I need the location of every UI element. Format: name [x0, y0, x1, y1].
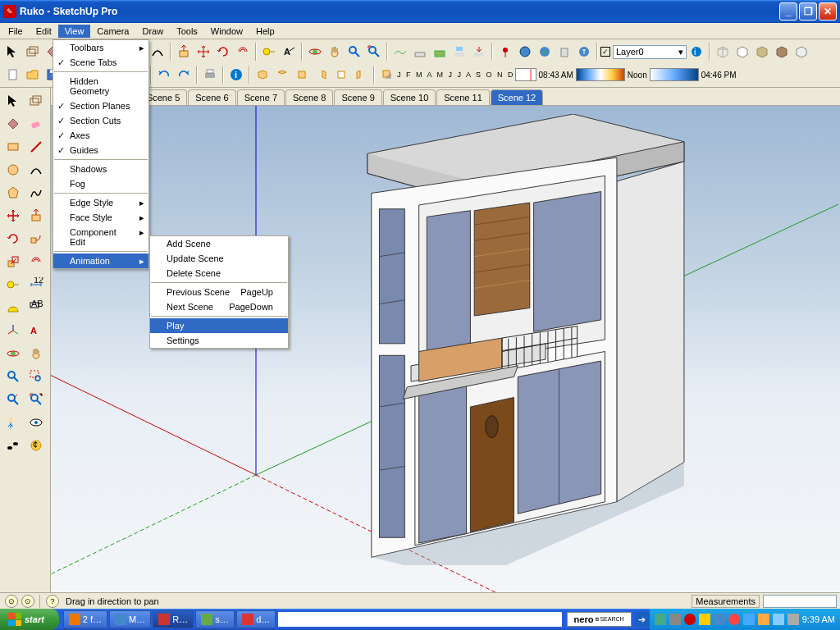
building-icon[interactable] — [555, 42, 574, 62]
menu-item-previous-scene[interactable]: Previous ScenePageUp — [150, 285, 288, 299]
scene-tab[interactable]: Scene 7 — [237, 89, 285, 105]
location-icon[interactable] — [495, 42, 515, 62]
tray-icon[interactable] — [699, 614, 710, 625]
menu-item-face-style[interactable]: Face Style▸ — [53, 210, 148, 225]
menu-item-delete-scene[interactable]: Delete Scene — [150, 266, 288, 281]
arc-icon[interactable] — [148, 42, 167, 62]
axes-tool-icon[interactable] — [2, 319, 25, 342]
tray-icon[interactable] — [758, 614, 769, 625]
tray-icon[interactable] — [788, 614, 799, 625]
top-icon[interactable] — [272, 65, 292, 84]
back-icon[interactable] — [331, 65, 351, 84]
viewport[interactable] — [51, 106, 840, 592]
line-tool-icon[interactable] — [25, 135, 48, 158]
time-slider[interactable] — [576, 68, 625, 81]
select-icon[interactable] — [2, 89, 25, 112]
measurements-input[interactable] — [763, 595, 837, 608]
print-icon[interactable] — [200, 65, 220, 84]
protractor-tool-icon[interactable] — [2, 296, 25, 319]
previous-view-icon[interactable] — [2, 388, 25, 411]
orbit-tool-icon[interactable] — [2, 342, 25, 365]
taskbar-item[interactable]: R… — [153, 610, 194, 628]
sandbox-icon[interactable] — [390, 42, 410, 62]
dimension-tool-icon[interactable]: 12 — [25, 273, 48, 296]
scene-tab[interactable]: Scene 12 — [491, 89, 543, 105]
tray-icon[interactable] — [714, 614, 725, 625]
zoom-icon[interactable] — [345, 42, 364, 62]
followme-tool-icon[interactable] — [25, 227, 48, 250]
menu-item-hidden-geometry[interactable]: Hidden Geometry — [53, 74, 148, 98]
menu-item-guides[interactable]: ✓Guides — [53, 143, 148, 158]
hidden-line-icon[interactable] — [733, 42, 752, 62]
orbit-icon[interactable] — [305, 42, 325, 62]
left-icon[interactable] — [351, 65, 371, 84]
start-button[interactable]: start — [0, 609, 59, 630]
taskbar-item[interactable]: 2 f… — [63, 610, 107, 628]
taskbar-item[interactable]: d… — [236, 610, 276, 628]
pushpull-icon[interactable] — [174, 42, 194, 62]
freehand-tool-icon[interactable] — [25, 181, 48, 204]
sandbox2-icon[interactable] — [410, 42, 430, 62]
menu-item-axes[interactable]: ✓Axes — [53, 128, 148, 143]
menu-item-section-cuts[interactable]: ✓Section Cuts — [53, 113, 148, 128]
new-icon[interactable] — [3, 65, 23, 84]
menu-item-shadows[interactable]: Shadows — [53, 162, 148, 176]
rectangle-tool-icon[interactable] — [2, 135, 25, 158]
taskbar-go-icon[interactable]: ➔ — [635, 612, 650, 627]
zoom-window-icon[interactable] — [25, 365, 48, 388]
wireframe-icon[interactable] — [713, 42, 733, 62]
menu-window[interactable]: Window — [204, 25, 249, 38]
shaded-icon[interactable] — [752, 42, 772, 62]
menu-tools[interactable]: Tools — [170, 25, 204, 38]
front-icon[interactable] — [292, 65, 312, 84]
redo-icon[interactable] — [174, 65, 194, 84]
rotate-icon[interactable] — [213, 42, 233, 62]
layer-dropdown[interactable]: Layer0▾ — [613, 45, 687, 59]
help-icon[interactable]: ? — [46, 595, 59, 608]
taskbar-search[interactable] — [278, 612, 561, 627]
nero-search[interactable]: nero ⊕SEARCH — [567, 612, 632, 627]
shadow-toggle-icon[interactable] — [377, 65, 397, 84]
menu-item-edge-style[interactable]: Edge Style▸ — [53, 195, 148, 210]
tray-icon[interactable] — [773, 614, 784, 625]
maximize-button[interactable]: ❐ — [799, 2, 817, 21]
menu-edit[interactable]: Edit — [30, 25, 58, 38]
status-icon-2[interactable]: ⊙ — [21, 595, 34, 608]
menu-item-animation[interactable]: Animation▸ — [53, 253, 148, 268]
tray-icon[interactable] — [669, 614, 681, 625]
tray-icon[interactable] — [655, 614, 666, 625]
circle-tool-icon[interactable] — [2, 158, 25, 181]
tape-icon[interactable] — [259, 42, 279, 62]
offset-icon[interactable] — [233, 42, 253, 62]
paint-icon[interactable] — [2, 112, 25, 135]
scene-tab[interactable]: Scene 9 — [334, 89, 381, 105]
menu-view[interactable]: View — [58, 25, 91, 38]
date-slider[interactable] — [515, 68, 536, 81]
tray-icon[interactable] — [684, 614, 696, 625]
menu-item-next-scene[interactable]: Next ScenePageDown — [150, 299, 288, 314]
tape-tool-icon[interactable] — [2, 273, 25, 296]
taskbar-item[interactable]: M… — [109, 610, 151, 628]
section-icon[interactable]: ¢ — [25, 434, 48, 457]
drape-icon[interactable] — [450, 42, 469, 62]
open-icon[interactable] — [23, 65, 43, 84]
menu-file[interactable]: File — [2, 25, 30, 38]
monochrome-icon[interactable] — [792, 42, 811, 62]
close-button[interactable]: ✕ — [819, 2, 837, 21]
move-icon[interactable] — [194, 42, 213, 62]
polygon-tool-icon[interactable] — [2, 181, 25, 204]
terrain-icon[interactable] — [535, 42, 555, 62]
look-around-icon[interactable] — [25, 411, 48, 434]
menu-camera[interactable]: Camera — [90, 25, 135, 38]
scene-tab[interactable]: Scene 6 — [188, 89, 235, 105]
rotate-tool-icon[interactable] — [2, 227, 25, 250]
layer-manager-icon[interactable]: i — [687, 42, 706, 62]
text-icon[interactable]: A — [279, 42, 299, 62]
sandbox3-icon[interactable] — [430, 42, 450, 62]
position-camera-icon[interactable] — [2, 411, 25, 434]
right-icon[interactable] — [312, 65, 331, 84]
earth-icon[interactable] — [515, 42, 535, 62]
scene-tab[interactable]: Scene 10 — [383, 89, 436, 105]
minimize-button[interactable]: _ — [779, 2, 797, 21]
undo-icon[interactable] — [154, 65, 174, 84]
